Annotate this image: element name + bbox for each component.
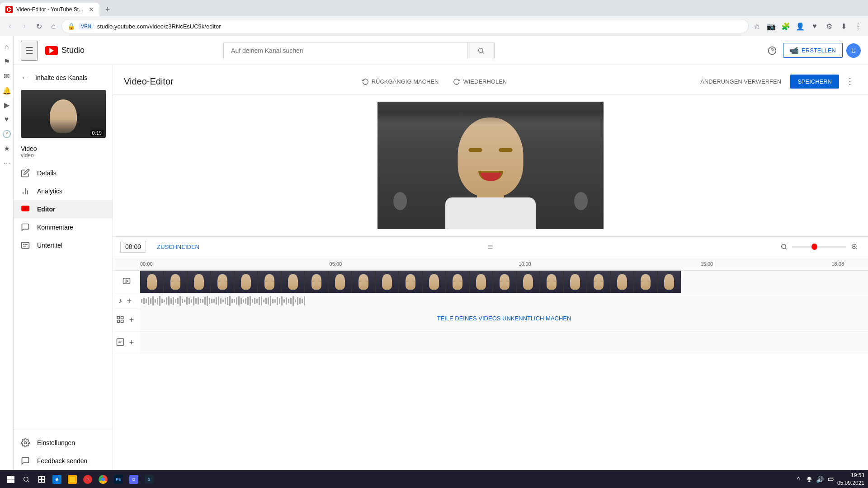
tray-network-icon[interactable] [805,475,814,484]
user-avatar[interactable]: U [846,43,861,58]
search-button[interactable] [467,42,494,59]
zoom-in-button[interactable] [848,240,861,253]
sidebar-item-subtitles[interactable]: Untertitel [14,236,113,254]
back-button[interactable]: ← [21,72,30,83]
audio-waveform [140,293,868,309]
video-frame [377,102,604,229]
zoom-controls [778,240,861,253]
taskbar-photoshop-icon[interactable]: Ps [111,472,126,487]
more-options-button[interactable]: ⋮ [843,74,857,89]
new-tab-button[interactable]: + [101,3,114,16]
sidebar-item-editor[interactable]: Editor [14,200,113,218]
left-nav-heart[interactable]: ♥ [1,114,12,125]
filmstrip-frame [281,271,305,293]
create-button[interactable]: 📹 ERSTELLEN [783,43,843,58]
add-audio-button[interactable]: + [124,296,135,306]
forward-button[interactable]: › [18,20,31,33]
wave-bar [159,296,160,306]
screenshot-button[interactable]: 📷 [765,20,778,33]
left-nav-clock[interactable]: 🕐 [1,128,12,139]
extension-button[interactable]: 🧩 [779,20,792,33]
wave-bar [204,297,206,305]
wave-bar [268,297,269,305]
sidebar-item-settings[interactable]: Einstellungen [14,434,113,452]
back-button[interactable]: ‹ [4,20,16,33]
active-tab[interactable]: Video-Editor - YouTube St... ✕ [0,3,99,16]
taskbar-task-view-button[interactable] [34,472,49,487]
wave-bar [200,299,201,303]
video-type: video [21,152,105,159]
taskbar-edge-icon[interactable]: e [50,472,64,487]
left-nav-message[interactable]: ✉ [1,70,12,81]
editor-title: Video-Editor [124,76,174,86]
left-nav-home[interactable]: ⌂ [1,42,12,52]
reload-button[interactable]: ↻ [33,20,45,33]
tray-battery-icon[interactable] [826,475,835,484]
subtitle-track-controls: + [113,338,140,348]
taskbar-start-button[interactable] [4,472,18,487]
wave-bar [286,297,287,305]
discard-button[interactable]: ÄNDERUNGEN VERWERFEN [695,75,787,88]
wave-bar [166,297,167,305]
sidebar-item-feedback[interactable]: Feedback senden [14,452,113,470]
zoom-slider-track [792,246,846,248]
taskbar-explorer-icon[interactable] [65,472,80,487]
svg-point-16 [782,244,786,249]
tray-arrow-icon[interactable]: ^ [794,475,803,484]
filmstrip-frame [328,271,352,293]
redo-button[interactable]: WIEDERHOLEN [449,76,510,87]
wave-bar [241,298,242,304]
blur-track-icon [116,315,124,325]
svg-rect-26 [121,320,123,322]
editor-actions-left: RÜCKGÄNGIG MACHEN WIEDERHOLEN [358,76,511,87]
win-square-2 [11,476,15,479]
add-blur-button[interactable]: + [126,315,137,326]
cut-button[interactable]: ZUSCHNEIDEN [153,242,203,252]
address-bar[interactable]: 🔒 VPN studio.youtube.com/video/z3RNcEsUC… [61,19,749,33]
zoom-slider-thumb[interactable] [811,244,817,250]
blur-track-label[interactable]: TEILE DEINES VIDEOS UNKENNTLICH MACHEN [437,315,571,322]
taskbar-chrome-icon[interactable] [96,472,110,487]
taskbar-discord-icon[interactable]: D [127,472,141,487]
wave-bar [213,299,215,303]
more-tools-button[interactable]: ⋮ [852,20,864,33]
blur-track-controls: + [113,315,140,326]
left-nav-play[interactable]: ▶ [1,99,12,110]
svg-rect-22 [123,278,130,284]
download-button[interactable]: ⬇ [837,20,850,33]
left-nav-star[interactable]: ★ [1,143,12,154]
sidebar-item-analytics[interactable]: Analytics [14,182,113,200]
sidebar-item-comments[interactable]: Kommentare [14,218,113,236]
help-button[interactable] [765,43,779,58]
studio-text: Studio [61,46,85,55]
left-nav-dots[interactable]: ⋯ [1,157,12,168]
filmstrip-frame [634,271,657,293]
hamburger-button[interactable]: ☰ [21,41,38,61]
add-subtitle-button[interactable]: + [126,338,137,348]
wave-bar [148,297,149,305]
profile-button[interactable]: 👤 [794,20,807,33]
tab-close-button[interactable]: ✕ [89,6,94,13]
tray-volume-icon[interactable]: 🔊 [816,475,825,484]
left-nav-flag[interactable]: ⚑ [1,56,12,67]
left-nav-bell[interactable]: 🔔 [1,85,12,96]
favorite-button[interactable]: ♥ [808,20,821,33]
wave-bar [250,296,251,306]
home-button[interactable]: ⌂ [47,20,60,33]
search-input[interactable] [224,42,467,59]
taskbar-browser-icon[interactable]: ○ [80,472,95,487]
taskbar-search-button[interactable] [19,472,33,487]
settings-button[interactable]: ⚙ [823,20,835,33]
video-track-content [140,271,868,293]
undo-button[interactable]: RÜCKGÄNGIG MACHEN [358,76,443,87]
sidebar-item-details[interactable]: Details [14,164,113,182]
wave-bar [168,296,170,305]
video-info: Video video [14,141,113,164]
taskbar-steam-icon[interactable]: S [142,472,156,487]
bookmark-button[interactable]: ☆ [750,20,763,33]
zoom-out-button[interactable] [778,240,790,253]
wave-bar [161,299,163,303]
wave-bar [270,296,271,306]
save-button[interactable]: SPEICHERN [790,75,839,89]
filmstrip-frame [305,271,328,293]
